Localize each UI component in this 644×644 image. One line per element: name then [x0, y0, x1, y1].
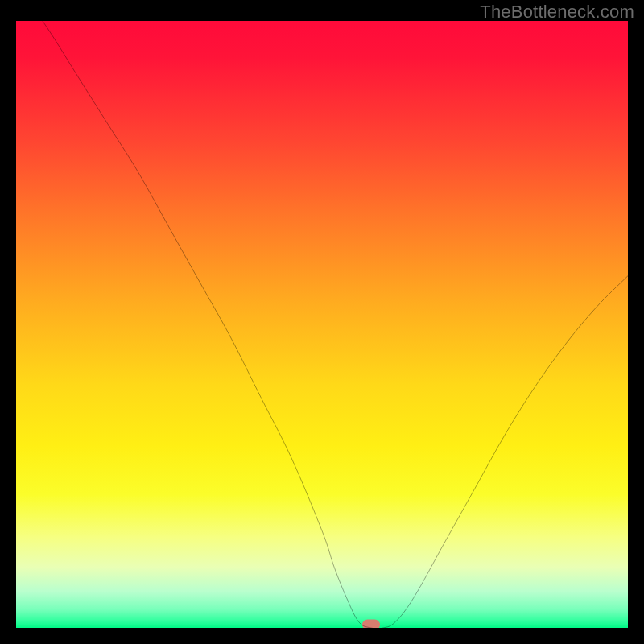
watermark-text: TheBottleneck.com [480, 2, 634, 23]
curve-path [16, 21, 628, 628]
chart-frame: TheBottleneck.com [0, 0, 644, 644]
bottleneck-curve [16, 21, 628, 628]
plot-area [16, 21, 628, 628]
